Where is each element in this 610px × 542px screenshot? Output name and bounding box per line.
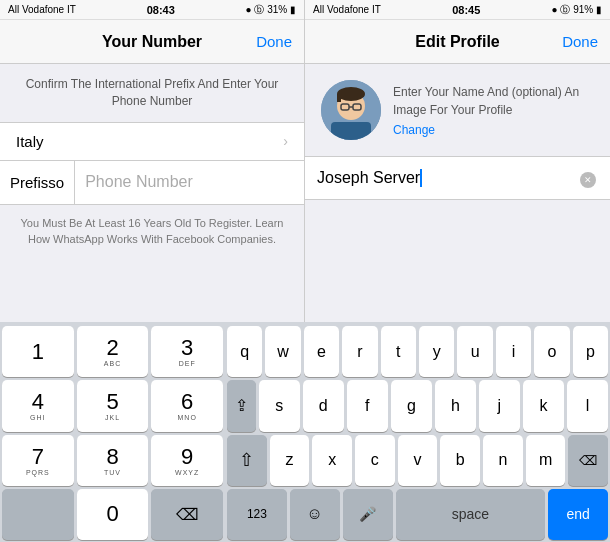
num-key-empty [2,489,74,540]
left-time: 08:43 [147,4,175,16]
qw-key-l[interactable]: l [567,380,608,431]
numpad-row-2: 4GHI 5JKL 6MNO [2,380,223,431]
qw-key-space[interactable]: Space [396,489,546,540]
qw-row-1: q W E r t y u i o p [227,326,608,377]
qw-key-p[interactable]: p [573,326,608,377]
numpad-row-3: 7PQRS 8TUV 9WXYZ [2,435,223,486]
qw-key-t[interactable]: t [381,326,416,377]
num-key-1[interactable]: 1 [2,326,74,377]
qw-key-end[interactable]: End [548,489,608,540]
qw-key-emoji[interactable]: ☺ [290,489,340,540]
qw-key-d[interactable]: d [303,380,344,431]
qw-key-q[interactable]: q [227,326,262,377]
qw-key-v[interactable]: v [398,435,438,486]
profile-hint-text: Enter Your Name And (optional) An Image … [393,83,594,119]
qw-key-i[interactable]: i [496,326,531,377]
left-carrier: All Vodafone IT [8,4,76,15]
left-nav-title: Your Number [52,33,252,51]
num-key-6[interactable]: 6MNO [151,380,223,431]
qw-key-y[interactable]: y [419,326,454,377]
num-key-3[interactable]: 3DEF [151,326,223,377]
qw-key-k[interactable]: k [523,380,564,431]
qw-key-shift[interactable]: ⇧ [227,435,267,486]
qw-key-g[interactable]: g [391,380,432,431]
avatar[interactable] [321,80,381,140]
left-done-button[interactable]: Done [252,33,292,50]
qw-key-r[interactable]: r [342,326,377,377]
numpad: 1 2ABC 3DEF 4GHI 5JKL 6MNO 7PQRS 8TUV 9W… [0,322,225,542]
num-key-4[interactable]: 4GHI [2,380,74,431]
qw-key-h[interactable]: h [435,380,476,431]
phone-input[interactable]: Phone Number [75,173,304,191]
num-key-7[interactable]: 7PQRS [2,435,74,486]
svg-rect-4 [337,94,341,102]
name-value: Joseph Server [317,169,420,186]
qw-key-b[interactable]: b [440,435,480,486]
qw-key-n[interactable]: n [483,435,523,486]
qw-key-mic[interactable]: 🎤 [343,489,393,540]
svg-rect-1 [331,122,371,140]
keyboard: 1 2ABC 3DEF 4GHI 5JKL 6MNO 7PQRS 8TUV 9W… [0,322,610,542]
text-cursor [420,169,422,187]
num-key-5[interactable]: 5JKL [77,380,149,431]
num-key-2[interactable]: 2ABC [77,326,149,377]
qw-key-z[interactable]: z [270,435,310,486]
right-carrier: All Vodafone IT [313,4,381,15]
change-label[interactable]: Change [393,123,594,137]
right-icons: ● ⓑ 91% ▮ [552,3,602,17]
qw-key-u[interactable]: u [457,326,492,377]
num-key-9[interactable]: 9WXYZ [151,435,223,486]
country-row[interactable]: Italy › [0,122,304,161]
right-time: 08:45 [452,4,480,16]
phone-row[interactable]: Prefisso Phone Number [0,161,304,205]
profile-section: Enter Your Name And (optional) An Image … [305,64,610,156]
name-clear-button[interactable]: ✕ [578,169,598,188]
avatar-svg [321,80,381,140]
name-row[interactable]: Joseph Server ✕ [305,156,610,200]
phone-placeholder: Phone Number [85,173,193,190]
qw-key-m[interactable]: m [526,435,566,486]
right-nav-title: Edit Profile [357,33,558,51]
qw-key-c[interactable]: c [355,435,395,486]
qw-key-123[interactable]: 123 [227,489,287,540]
qw-key-caps[interactable]: ⇪ [227,380,256,431]
left-nav-bar: Your Number Done [0,20,304,64]
profile-hint-area: Enter Your Name And (optional) An Image … [393,83,594,137]
right-done-button[interactable]: Done [558,33,598,50]
qw-key-j[interactable]: j [479,380,520,431]
qw-key-w[interactable]: W [265,326,300,377]
left-status-bar: All Vodafone IT 08:43 ● ⓑ 31% ▮ [0,0,304,20]
qw-row-3: ⇧ z x c v b n m ⌫ [227,435,608,486]
right-nav-bar: Edit Profile Done [305,20,610,64]
numpad-row-4: 0 ⌫ [2,489,223,540]
chevron-right-icon: › [283,133,288,149]
svg-point-3 [337,87,365,101]
qw-row-2: ⇪ s d f g h j k l [227,380,608,431]
left-icons: ● ⓑ 31% ▮ [246,3,296,17]
prefix-box[interactable]: Prefisso [0,161,75,204]
right-status-bar: All Vodafone IT 08:45 ● ⓑ 91% ▮ [305,0,610,20]
numpad-row-1: 1 2ABC 3DEF [2,326,223,377]
qw-row-4: 123 ☺ 🎤 Space End [227,489,608,540]
qwerty-keyboard: q W E r t y u i o p ⇪ s d f g h j k l ⇧ … [225,322,610,542]
description-box: Confirm The International Prefix And Ent… [0,64,304,118]
prefix-label: Prefisso [10,174,64,191]
num-key-0[interactable]: 0 [77,489,149,540]
disclaimer-text: You Must Be At Least 16 Years Old To Reg… [0,205,304,258]
num-key-8[interactable]: 8TUV [77,435,149,486]
name-input[interactable]: Joseph Server [317,169,578,188]
qw-key-x[interactable]: x [312,435,352,486]
avatar-image [321,80,381,140]
description-text: Confirm The International Prefix And Ent… [26,77,279,108]
qw-key-s[interactable]: s [259,380,300,431]
qw-key-e[interactable]: E [304,326,339,377]
country-label: Italy [16,133,44,150]
qw-key-f[interactable]: f [347,380,388,431]
qw-key-delete[interactable]: ⌫ [568,435,608,486]
qw-key-o[interactable]: o [534,326,569,377]
num-key-backspace[interactable]: ⌫ [151,489,223,540]
